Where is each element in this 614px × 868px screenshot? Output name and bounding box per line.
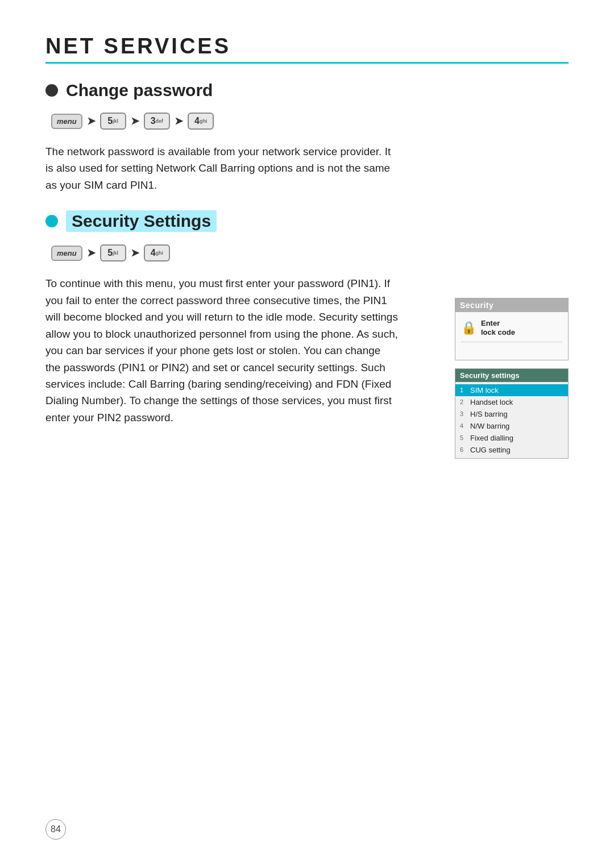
change-password-title: Change password [66,81,213,100]
header-section: NET SERVICES [45,34,569,64]
security-layout: To continue with this menu, you must fir… [45,275,569,458]
enter-lock-row: 🔒 Enterlock code [461,319,562,337]
menu-item-cug-setting: 6CUG setting [455,444,568,456]
security-settings-title: Security Settings [66,210,217,232]
sec-arrow-2: ➤ [131,247,139,259]
sec-key-4: 4ghi [144,244,170,261]
menu-item-label: H/S barring [470,410,508,418]
menu-item-num: 2 [460,398,468,405]
menu-key: menu [51,114,82,129]
change-password-nav: menu ➤ 5jkl ➤ 3def ➤ 4ghi [51,113,569,130]
menu-item-label: SIM lock [470,386,499,394]
menu-item-num: 4 [460,422,468,429]
menu-item-label: Handset lock [470,398,513,406]
security-dialog-title: Security [455,298,568,312]
change-password-heading: Change password [45,81,569,100]
page-title: NET SERVICES [45,34,569,59]
security-menu: Security settings 1SIM lock2Handset lock… [455,368,569,459]
menu-item-sim-lock: 1SIM lock [455,384,568,396]
security-menu-title: Security settings [455,369,568,382]
header-divider [45,62,569,64]
arrow-3: ➤ [175,115,183,127]
key-3: 3def [144,113,170,130]
security-text-col: To continue with this menu, you must fir… [45,275,438,458]
menu-item-num: 3 [460,410,468,417]
security-dialog: Security 🔒 Enterlock code [455,298,569,360]
sec-key-5: 5jkl [100,244,126,261]
menu-item-h/s-barring: 3H/S barring [455,408,568,420]
security-bullet-icon [45,215,58,227]
security-settings-nav: menu ➤ 5jkl ➤ 4ghi [51,244,569,261]
enter-lock-text: Enterlock code [481,319,515,337]
sec-arrow-1: ➤ [87,247,96,259]
security-settings-heading: Security Settings [45,210,569,232]
menu-item-label: CUG setting [470,446,511,454]
lock-icon: 🔒 [461,321,476,335]
page: NET SERVICES Change password menu ➤ 5jkl… [0,0,614,868]
key-4: 4ghi [188,113,214,130]
menu-item-num: 5 [460,434,468,441]
bullet-icon [45,84,58,97]
page-number: 84 [45,819,66,840]
change-password-body: The network password is available from y… [45,143,398,193]
sec-menu-key: menu [51,246,82,261]
security-dialog-content: 🔒 Enterlock code [455,312,568,359]
arrow-1: ➤ [87,115,96,127]
key-5: 5jkl [100,113,126,130]
menu-item-label: Fixed dialling [470,434,513,442]
menu-item-fixed-dialling: 5Fixed dialling [455,432,568,444]
dialog-empty-row [461,342,562,353]
security-body: To continue with this menu, you must fir… [45,275,398,426]
menu-item-n/w-barring: 4N/W barring [455,420,568,432]
arrow-2: ➤ [131,115,139,127]
menu-item-num: 6 [460,446,468,453]
menu-item-handset-lock: 2Handset lock [455,396,568,408]
menu-item-num: 1 [460,387,468,393]
menu-item-label: N/W barring [470,422,509,430]
security-ui-col: Security 🔒 Enterlock code Security setti… [455,298,569,458]
security-menu-items: 1SIM lock2Handset lock3H/S barring4N/W b… [455,382,568,458]
